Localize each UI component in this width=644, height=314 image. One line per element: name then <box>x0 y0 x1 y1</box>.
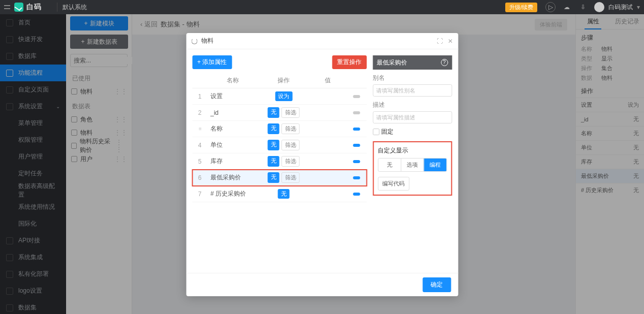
play-icon[interactable]: ▷ <box>545 2 556 12</box>
download-icon[interactable]: ⇩ <box>578 2 588 12</box>
seg-none[interactable]: 无 <box>378 159 401 171</box>
attribute-modal: 物料 ⛶ ✕ + 添加属性 重置操作 名称 操作 值 1设置设为2_id无筛选≡… <box>186 33 458 296</box>
filter-pill[interactable]: 筛选 <box>282 156 300 167</box>
attribute-row[interactable]: 6最低采购价无筛选 <box>192 170 366 186</box>
op-pill[interactable]: 无 <box>268 107 280 118</box>
write-code-button[interactable]: 编写代码 <box>378 177 409 191</box>
row-index: 2 <box>192 109 207 116</box>
desc-input[interactable] <box>373 111 452 123</box>
attribute-row[interactable]: ≡名称无筛选 <box>192 121 366 137</box>
op-pill[interactable]: 无 <box>268 123 280 134</box>
upgrade-button[interactable]: 升级/续费 <box>505 3 537 12</box>
detail-header: 最低采购价? <box>373 55 452 70</box>
user-name[interactable]: 白码测试 <box>608 3 633 12</box>
attr-name: # 历史采购价 <box>207 190 258 198</box>
alias-input[interactable] <box>373 84 452 97</box>
cloud-icon[interactable]: ☁ <box>562 2 572 12</box>
fixed-checkbox[interactable]: 固定 <box>373 128 452 136</box>
ok-button[interactable]: 确定 <box>422 277 451 292</box>
row-index: 4 <box>192 142 207 149</box>
attr-name: 设置 <box>207 92 258 101</box>
op-pill[interactable]: 设为 <box>275 91 292 101</box>
reset-operation-button[interactable]: 重置操作 <box>332 55 366 69</box>
row-indicator <box>353 95 360 98</box>
brand-name: 白码 <box>26 3 42 12</box>
desc-label: 描述 <box>373 101 452 109</box>
row-index: 1 <box>192 93 207 100</box>
attr-name: 最低采购价 <box>207 173 258 182</box>
expand-icon[interactable]: ⛶ <box>437 38 443 45</box>
op-pill[interactable]: 无 <box>268 140 280 150</box>
help-icon[interactable]: ? <box>441 59 448 66</box>
row-indicator <box>353 111 360 114</box>
attr-name: 库存 <box>207 157 258 166</box>
alias-label: 别名 <box>373 74 452 82</box>
row-indicator <box>353 160 360 163</box>
filter-pill[interactable]: 筛选 <box>282 172 300 183</box>
user-avatar[interactable] <box>594 2 604 12</box>
row-index: 6 <box>192 174 207 181</box>
top-bar: 白码 默认系统 升级/续费 ▷ ☁ ⇩ 白码测试 ▾ <box>0 0 644 14</box>
system-name[interactable]: 默认系统 <box>63 3 87 12</box>
row-index: 7 <box>192 191 207 198</box>
op-pill[interactable]: 无 <box>268 156 280 167</box>
row-index: 5 <box>192 158 207 165</box>
menu-toggle-icon[interactable] <box>4 4 10 10</box>
attr-name: _id <box>207 109 258 116</box>
reload-icon[interactable] <box>191 38 197 44</box>
attribute-row[interactable]: 1设置设为 <box>192 88 366 105</box>
modal-title: 物料 <box>201 37 213 45</box>
attr-name: 单位 <box>207 141 258 149</box>
op-pill[interactable]: 无 <box>268 172 280 183</box>
filter-pill[interactable]: 筛选 <box>282 107 300 118</box>
attribute-row[interactable]: 2_id无筛选 <box>192 105 366 121</box>
filter-pill[interactable]: 筛选 <box>282 140 300 150</box>
attribute-row[interactable]: 5库存无筛选 <box>192 153 366 170</box>
seg-option[interactable]: 选项 <box>401 159 423 171</box>
op-pill[interactable]: 无 <box>278 189 290 199</box>
seg-code[interactable]: 编程 <box>423 159 446 171</box>
row-indicator <box>353 176 360 179</box>
attribute-row[interactable]: 4单位无筛选 <box>192 137 366 153</box>
row-indicator <box>353 193 360 196</box>
custom-display-box: 自定义显示 无 选项 编程 编写代码 <box>373 141 452 196</box>
table-header: 名称 操作 值 <box>192 73 366 88</box>
attribute-row[interactable]: 7# 历史采购价无 <box>192 186 366 202</box>
filter-pill[interactable]: 筛选 <box>282 123 300 134</box>
close-icon[interactable]: ✕ <box>448 38 453 45</box>
chevron-down-icon[interactable]: ▾ <box>637 4 640 11</box>
display-segment: 无 选项 编程 <box>378 158 447 172</box>
custom-display-label: 自定义显示 <box>378 146 447 155</box>
row-indicator <box>353 128 360 131</box>
attr-name: 名称 <box>207 124 258 133</box>
add-attribute-button[interactable]: + 添加属性 <box>192 55 232 69</box>
drag-handle-icon[interactable]: ≡ <box>192 126 207 132</box>
app-logo <box>14 3 23 12</box>
row-indicator <box>353 144 360 147</box>
